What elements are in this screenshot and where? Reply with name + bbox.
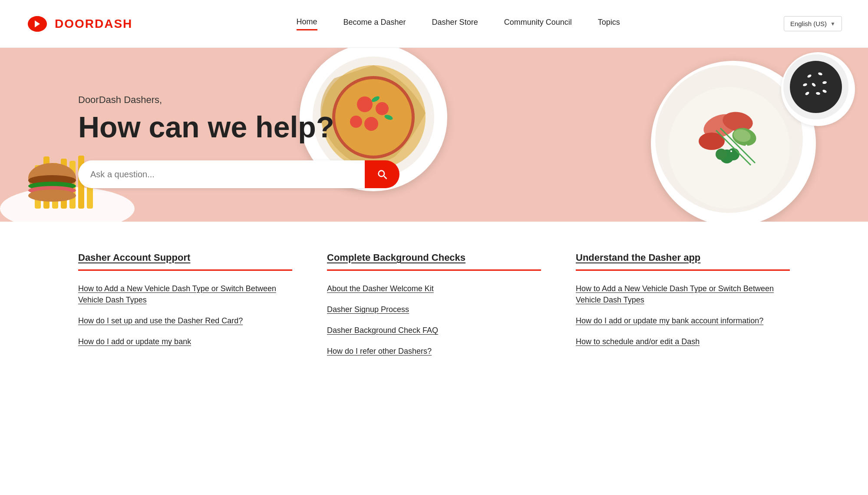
section-title-1[interactable]: Dasher Account Support — [78, 252, 292, 263]
content-column-2: Complete Background Checks About the Das… — [327, 252, 541, 366]
nav-topics[interactable]: Topics — [598, 18, 620, 30]
hero-subtitle: DoorDash Dashers, — [78, 94, 399, 106]
svg-point-49 — [28, 189, 76, 202]
hero-title: How can we help? — [78, 111, 399, 143]
main-content: Dasher Account Support How to Add a New … — [0, 222, 868, 401]
svg-point-18 — [727, 148, 739, 160]
article-link-2-2[interactable]: Dasher Background Check FAQ — [327, 325, 541, 336]
language-label: English (US) — [790, 20, 827, 27]
nav-dasher-store[interactable]: Dasher Store — [432, 18, 478, 30]
article-link-2-3[interactable]: How do I refer other Dashers? — [327, 346, 541, 357]
svg-point-20 — [737, 147, 739, 149]
content-column-3: Understand the Dasher app How to Add a N… — [576, 252, 790, 366]
svg-point-19 — [716, 149, 727, 160]
hero-content: DoorDash Dashers, How can we help? — [0, 81, 399, 189]
article-link-1-1[interactable]: How do I set up and use the Dasher Red C… — [78, 315, 292, 326]
svg-point-11 — [668, 87, 790, 209]
search-bar — [78, 160, 399, 188]
article-link-2-0[interactable]: About the Dasher Welcome Kit — [327, 283, 541, 294]
article-link-3-2[interactable]: How to schedule and/or edit a Dash — [576, 336, 790, 347]
main-nav: Home Become a Dasher Dasher Store Commun… — [297, 17, 620, 30]
section-title-2[interactable]: Complete Background Checks — [327, 252, 541, 263]
svg-point-28 — [790, 61, 842, 113]
section-title-3[interactable]: Understand the Dasher app — [576, 252, 790, 263]
section-divider-3 — [576, 269, 790, 271]
doordash-logo-icon — [26, 15, 49, 33]
svg-point-21 — [733, 145, 734, 146]
language-selector[interactable]: English (US) ▼ — [784, 16, 842, 31]
svg-point-22 — [741, 151, 743, 153]
article-link-3-1[interactable]: How do I add or update my bank account i… — [576, 315, 790, 326]
hero-section: DoorDash Dashers, How can we help? — [0, 48, 868, 222]
header-right: English (US) ▼ — [784, 16, 842, 31]
search-button[interactable] — [365, 160, 399, 188]
article-link-3-0[interactable]: How to Add a New Vehicle Dash Type or Sw… — [576, 283, 790, 306]
search-input[interactable] — [78, 160, 365, 188]
logo-text: DOORDASH — [55, 17, 132, 31]
nav-home[interactable]: Home — [297, 17, 317, 30]
article-link-2-1[interactable]: Dasher Signup Process — [327, 304, 541, 315]
sesame-decoration — [781, 52, 855, 126]
section-divider-1 — [78, 269, 292, 271]
search-icon — [376, 169, 388, 180]
header: DOORDASH Home Become a Dasher Dasher Sto… — [0, 0, 868, 48]
nav-become-dasher[interactable]: Become a Dasher — [343, 18, 406, 30]
article-link-1-2[interactable]: How do I add or update my bank — [78, 336, 292, 347]
svg-point-24 — [746, 145, 747, 146]
svg-point-23 — [730, 150, 732, 152]
logo-area: DOORDASH — [26, 15, 132, 33]
content-column-1: Dasher Account Support How to Add a New … — [78, 252, 292, 366]
nav-community-council[interactable]: Community Council — [504, 18, 572, 30]
article-link-1-0[interactable]: How to Add a New Vehicle Dash Type or Sw… — [78, 283, 292, 306]
section-divider-2 — [327, 269, 541, 271]
chevron-down-icon: ▼ — [830, 21, 835, 27]
